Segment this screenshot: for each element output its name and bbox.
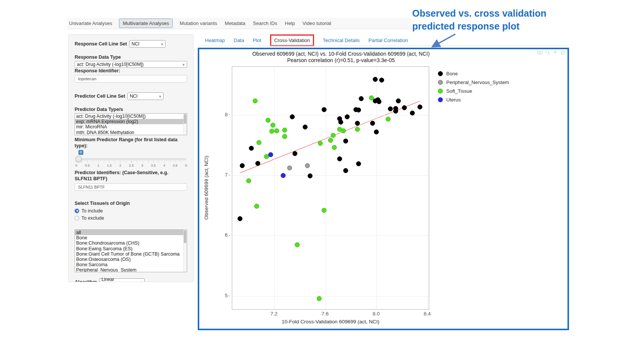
data-point-soft-tissue[interactable] [317,296,322,301]
slider-value-bubble: 0 [78,150,83,155]
data-point-bone[interactable] [303,125,308,130]
tab-partial-correlation[interactable]: Partial Correlation [369,36,408,45]
cross-validation-panel: Observed 609699 (act, NCI) vs. 10-Fold C… [198,48,569,330]
gridline-horizontal [232,175,429,176]
data-point-bone[interactable] [255,161,260,166]
data-point-uterus[interactable] [268,152,273,157]
data-point-soft-tissue[interactable] [254,204,259,209]
tissue-option-bone-sarcoma[interactable]: Bone:Sarcoma [75,262,187,267]
tab-cross-validation[interactable]: Cross-Validation [270,34,314,46]
predictor-cell-line-set-select[interactable]: NCI ∨ [127,92,164,100]
tissue-option-bone-osteosarcoma-os[interactable]: Bone:Osteosarcoma (OS) [75,257,187,262]
data-point-soft-tissue[interactable] [318,141,323,146]
legend-label: Bone [446,71,458,76]
response-cell-line-set-label: Response Cell Line Set [75,41,127,47]
scrollbar[interactable] [183,230,187,272]
algorithm-label: Algorithm [75,279,97,282]
camera-icon[interactable] [537,50,542,55]
data-point-bone[interactable] [292,151,297,156]
nav-tab-mutation-variants[interactable]: Mutation variants [179,19,218,28]
slider-track[interactable] [75,158,186,160]
tab-plot[interactable]: Plot [253,36,261,45]
tissue-option-peripheral-nervous-system[interactable]: Peripheral_Nervous_System [75,267,187,272]
data-point-bone[interactable] [379,78,384,83]
legend-marker-icon [438,97,443,102]
plot-area[interactable] [232,66,429,310]
tab-heatmap[interactable]: Heatmap [205,36,225,45]
predictor-identifiers-input[interactable]: SLFN11 BPTF [75,183,187,191]
data-point-bone[interactable] [377,99,381,104]
tissue-option-bone-chondrosarcoma-chs[interactable]: Bone:Chondrosarcoma (CHS) [75,240,187,246]
radio-button-icon[interactable] [75,209,79,213]
tissue-option-bone-ewing-sarcoma-es[interactable]: Bone:Ewing Sarcoma (ES) [75,246,187,251]
response-identifier-input[interactable]: topotecan [75,75,187,83]
nav-tab-help[interactable]: Help [284,19,296,28]
predictor-data-type-option-mth-dna-850k-methylation[interactable]: mth: DNA 850K Methylation [75,130,187,135]
radio-to-exclude[interactable]: To exclude [75,214,187,222]
data-point-bone[interactable] [373,77,378,82]
data-point-bone[interactable] [290,114,295,119]
data-point-bone[interactable] [345,114,350,119]
data-point-bone[interactable] [396,98,401,103]
y-tick-label: 6 [201,232,230,238]
home-icon[interactable] [560,50,565,55]
data-point-bone[interactable] [238,216,242,221]
data-point-bone[interactable] [249,146,254,151]
data-point-soft-tissue[interactable] [282,128,287,133]
plot-modebar [537,50,565,55]
response-data-type-select[interactable]: act: Drug Activity (-log10[IC50M]) ∨ [75,61,187,68]
y-tick-label: 5 [201,293,230,298]
gridline-horizontal [232,236,429,236]
x-tick-label: 7.2 [270,311,278,317]
pan-icon[interactable] [553,50,558,55]
scrollbar[interactable] [183,114,187,135]
tissue-origin-list[interactable]: allBoneBone:Chondrosarcoma (CHS)Bone:Ewi… [75,229,187,272]
scrollbar-thumb[interactable] [184,230,186,243]
nav-tab-univariate-analyses[interactable]: Univariate Analyses [68,19,113,28]
data-point-soft-tissue[interactable] [341,128,346,133]
predictor-data-type-option-act-drug-activity-log10-ic50m[interactable]: act: Drug Activity (-log10[IC50M]) [75,114,187,119]
x-tick-label: 7.6 [322,311,329,317]
data-point-soft-tissue[interactable] [328,138,333,143]
data-point-soft-tissue[interactable] [331,133,336,138]
slider-handle[interactable] [75,156,82,162]
y-tick-label: 7 [201,172,230,178]
data-point-bone[interactable] [337,156,342,161]
radio-button-icon[interactable] [75,216,79,220]
data-point-bone[interactable] [322,107,327,112]
predictor-data-type-option-mir-microrna[interactable]: mir: MicroRNA [75,124,187,130]
data-point-uterus[interactable] [281,173,286,178]
data-point-soft-tissue[interactable] [386,117,391,122]
data-point-bone[interactable] [343,139,348,144]
response-identifier-label: Response Identifier: [75,68,187,74]
nav-tab-metadata[interactable]: Metadata [224,19,246,28]
data-point-bone[interactable] [374,130,379,134]
predictor-data-types-label: Predictor Data Type/s [75,106,187,112]
gridline-vertical [325,67,326,309]
nav-tab-multivariate-analyses[interactable]: Multivariate Analyses [119,19,173,28]
data-point-bone[interactable] [359,96,364,101]
response-cell-line-set-select[interactable]: NCI ∨ [129,40,166,48]
data-point-soft-tissue[interactable] [269,129,274,134]
algorithm-select[interactable]: Linear Regression ∨ [99,278,145,282]
legend-item-uterus: Uterus [438,95,509,104]
scrollbar-thumb[interactable] [184,114,186,124]
data-point-bone[interactable] [410,111,415,115]
legend-label: Soft_Tissue [446,88,472,94]
nav-tab-search-ids[interactable]: Search IDs [252,19,278,28]
chevron-down-icon: ∨ [159,95,161,98]
tab-technical-details[interactable]: Technical Details [323,36,360,45]
tissue-option-bone[interactable]: Bone [75,235,187,240]
tabs-divider [201,45,568,46]
radio-to-include[interactable]: To include [75,207,187,214]
tissue-option-all[interactable]: all [75,230,187,235]
tissue-origin-radio-group: To includeTo exclude [75,207,187,222]
tissue-option-bone-giant-cell-tumor-of-bone-gctb-sarcoma[interactable]: Bone:Giant Cell Tumor of Bone (GCTB) Sar… [75,251,187,257]
nav-tab-video-tutorial[interactable]: Video tutorial [302,19,332,28]
predictor-data-type-list[interactable]: act: Drug Activity (-log10[IC50M])exp: m… [75,113,187,135]
zoom-icon[interactable] [545,50,550,55]
tab-data[interactable]: Data [234,36,244,45]
data-point-soft-tissue[interactable] [274,128,279,133]
min-predictor-range-slider[interactable]: 0 00.511.522.533.544.55 [75,150,187,167]
predictor-data-type-option-exp-mrna-expression-log2[interactable]: exp: mRNA Expression (log2) [75,119,187,124]
